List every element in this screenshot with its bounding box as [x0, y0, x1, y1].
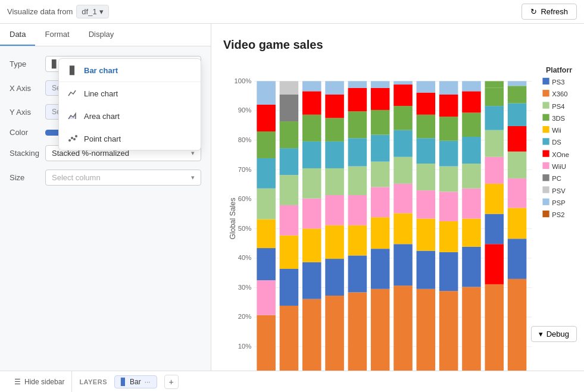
svg-rect-66 — [348, 88, 367, 111]
svg-text:100%: 100% — [235, 77, 252, 84]
svg-rect-57 — [325, 95, 344, 118]
svg-rect-44 — [302, 199, 321, 229]
visualize-label: Visualize data from — [7, 7, 73, 16]
svg-rect-92 — [417, 115, 436, 138]
svg-rect-111 — [462, 91, 481, 112]
dropdown-item-point[interactable]: Point chart — [59, 127, 201, 150]
tab-data[interactable]: Data — [0, 24, 35, 46]
refresh-button[interactable]: ↻ Refresh — [521, 4, 577, 20]
svg-text:PS3: PS3 — [552, 79, 564, 86]
svg-rect-89 — [417, 190, 436, 218]
svg-rect-34 — [280, 236, 299, 269]
svg-rect-108 — [462, 164, 481, 189]
svg-rect-60 — [348, 255, 367, 292]
color-label: Color — [10, 128, 45, 137]
svg-rect-42 — [302, 262, 321, 299]
svg-rect-105 — [462, 247, 481, 287]
svg-rect-110 — [462, 112, 481, 137]
svg-rect-83 — [394, 106, 413, 130]
svg-rect-96 — [439, 252, 458, 291]
svg-rect-155 — [542, 138, 549, 145]
bottombar: ☰ Hide sidebar LAYERS ▊ Bar ··· + — [0, 371, 584, 392]
area-chart-icon — [67, 111, 78, 121]
svg-rect-58 — [325, 81, 344, 95]
svg-rect-69 — [371, 249, 390, 289]
hide-sidebar-button[interactable]: ☰ Hide sidebar — [7, 371, 72, 392]
svg-rect-50 — [325, 296, 344, 371]
svg-text:WiiU: WiiU — [552, 163, 566, 170]
svg-rect-95 — [439, 291, 458, 371]
svg-rect-88 — [417, 218, 436, 250]
svg-rect-119 — [485, 106, 504, 130]
add-layer-button[interactable]: + — [164, 375, 179, 389]
debug-button[interactable]: ▾ Debug — [531, 326, 577, 342]
svg-rect-62 — [348, 195, 367, 225]
svg-rect-71 — [371, 187, 390, 217]
svg-text:40%: 40% — [238, 254, 252, 261]
svg-point-170 — [68, 139, 71, 142]
svg-rect-67 — [348, 81, 367, 87]
dropdown-item-bar[interactable]: ▊ Bar chart — [59, 59, 201, 81]
svg-rect-116 — [485, 184, 504, 214]
svg-text:50%: 50% — [238, 225, 252, 232]
svg-rect-153 — [542, 126, 549, 133]
ellipsis-icon: ··· — [145, 378, 151, 386]
sidebar-tabs: Data Format Display — [0, 24, 211, 46]
svg-point-172 — [73, 138, 76, 140]
chevron-down-icon: ▾ — [99, 7, 104, 16]
refresh-icon: ↻ — [530, 7, 537, 16]
svg-rect-35 — [280, 205, 299, 236]
svg-rect-91 — [417, 138, 436, 164]
svg-rect-124 — [508, 208, 527, 239]
svg-text:PS4: PS4 — [552, 103, 564, 110]
svg-rect-145 — [542, 78, 549, 84]
svg-rect-157 — [542, 150, 549, 157]
svg-rect-40 — [280, 81, 299, 95]
svg-rect-159 — [542, 162, 549, 169]
layer-tab-bar[interactable]: ▊ Bar ··· — [114, 375, 157, 388]
svg-rect-97 — [439, 221, 458, 252]
dropdown-item-area[interactable]: Area chart — [59, 105, 201, 127]
svg-rect-93 — [417, 93, 436, 115]
svg-rect-167 — [542, 211, 549, 217]
bar-chart-icon: ▊ — [67, 65, 78, 76]
size-select[interactable]: Select column ▾ — [45, 170, 201, 186]
svg-rect-161 — [542, 174, 549, 181]
chart-title: Video game sales — [223, 38, 572, 52]
svg-rect-51 — [325, 259, 344, 296]
dropdown-item-line[interactable]: Line chart — [59, 82, 201, 105]
svg-rect-54 — [325, 168, 344, 195]
svg-rect-81 — [394, 157, 413, 184]
svg-rect-163 — [542, 186, 549, 193]
chart-container: Global Sales 100% 90% 80% 70% 60% 50% 40… — [223, 58, 572, 371]
size-field-row: Size Select column ▾ — [10, 170, 201, 186]
svg-rect-129 — [508, 86, 527, 103]
xaxis-label: X Axis — [10, 84, 45, 93]
chart-area: Video game sales Global Sales 100% 90% 8… — [211, 24, 584, 371]
tab-display[interactable]: Display — [79, 24, 124, 46]
tab-format[interactable]: Format — [35, 24, 79, 46]
layers-label: LAYERS — [79, 378, 107, 385]
svg-rect-86 — [417, 289, 436, 371]
svg-rect-30 — [257, 105, 276, 131]
svg-rect-125 — [508, 178, 527, 208]
svg-rect-28 — [257, 158, 276, 189]
bar-chart-icon-small: ▊ — [52, 59, 58, 68]
chart-type-dropdown: ▊ Bar chart Line chart Area chart Point … — [58, 58, 201, 150]
svg-rect-49 — [302, 81, 321, 91]
svg-rect-78 — [394, 244, 413, 286]
df-selector[interactable]: df_1 ▾ — [76, 5, 108, 18]
svg-rect-45 — [302, 168, 321, 199]
svg-rect-102 — [439, 95, 458, 117]
svg-rect-47 — [302, 115, 321, 142]
svg-rect-46 — [302, 142, 321, 168]
svg-text:3DS: 3DS — [552, 115, 565, 122]
svg-rect-33 — [280, 269, 299, 306]
svg-rect-53 — [325, 195, 344, 225]
plus-icon: + — [169, 377, 174, 387]
svg-text:PSV: PSV — [552, 187, 566, 195]
svg-rect-118 — [485, 130, 504, 157]
svg-rect-68 — [371, 289, 390, 371]
svg-text:Platform: Platform — [546, 66, 572, 74]
svg-rect-41 — [302, 299, 321, 371]
